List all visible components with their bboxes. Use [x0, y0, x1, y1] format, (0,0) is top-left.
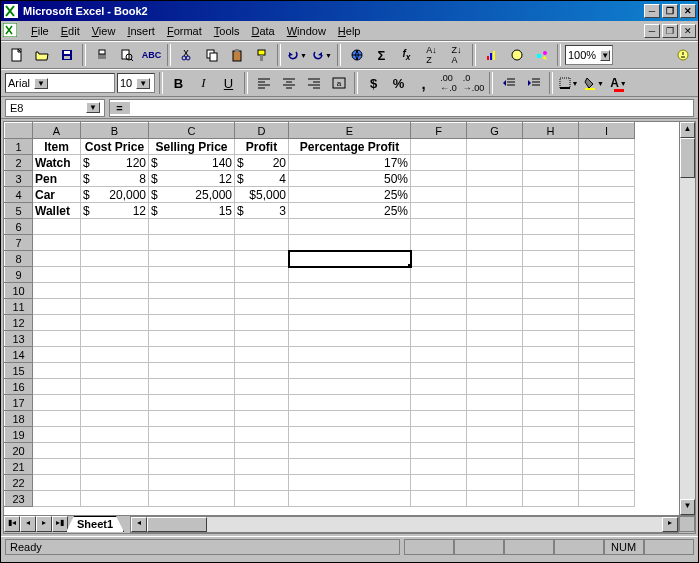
cell-A20[interactable] — [33, 443, 81, 459]
fill-color-button[interactable]: ▼ — [582, 72, 605, 94]
row-header-10[interactable]: 10 — [5, 283, 33, 299]
cell-E9[interactable] — [289, 267, 411, 283]
cell-C9[interactable] — [149, 267, 235, 283]
cell-F5[interactable] — [411, 203, 467, 219]
underline-button[interactable]: U — [217, 72, 240, 94]
font-size-combo[interactable]: 10▼ — [117, 73, 155, 93]
cell-I17[interactable] — [579, 395, 635, 411]
spreadsheet-grid[interactable]: ABCDEFGHI1ItemCost PriceSelling PricePro… — [4, 122, 635, 507]
cell-I4[interactable] — [579, 187, 635, 203]
cell-H19[interactable] — [523, 427, 579, 443]
cell-G23[interactable] — [467, 491, 523, 507]
cell-A7[interactable] — [33, 235, 81, 251]
cell-F1[interactable] — [411, 139, 467, 155]
row-header-20[interactable]: 20 — [5, 443, 33, 459]
col-header-D[interactable]: D — [235, 123, 289, 139]
cell-G3[interactable] — [467, 171, 523, 187]
cell-E10[interactable] — [289, 283, 411, 299]
cell-B23[interactable] — [81, 491, 149, 507]
cell-C21[interactable] — [149, 459, 235, 475]
row-header-17[interactable]: 17 — [5, 395, 33, 411]
cell-F9[interactable] — [411, 267, 467, 283]
col-header-H[interactable]: H — [523, 123, 579, 139]
increase-indent-button[interactable] — [522, 72, 545, 94]
menu-help[interactable]: Help — [332, 23, 367, 39]
mdi-minimize-button[interactable]: ─ — [644, 24, 660, 38]
decrease-indent-button[interactable] — [497, 72, 520, 94]
cell-C15[interactable] — [149, 363, 235, 379]
cell-G4[interactable] — [467, 187, 523, 203]
merge-center-button[interactable]: a — [327, 72, 350, 94]
cell-D17[interactable] — [235, 395, 289, 411]
scroll-right-button[interactable]: ▸ — [662, 517, 678, 532]
cell-D23[interactable] — [235, 491, 289, 507]
row-header-12[interactable]: 12 — [5, 315, 33, 331]
cell-H13[interactable] — [523, 331, 579, 347]
cell-H17[interactable] — [523, 395, 579, 411]
cell-F6[interactable] — [411, 219, 467, 235]
cell-B21[interactable] — [81, 459, 149, 475]
cell-B15[interactable] — [81, 363, 149, 379]
increase-decimal-button[interactable]: .00←.0 — [437, 72, 460, 94]
tab-last-button[interactable]: ▸▮ — [52, 516, 68, 532]
menu-view[interactable]: View — [86, 23, 122, 39]
cell-C4[interactable]: $25,000 — [149, 187, 235, 203]
cell-F2[interactable] — [411, 155, 467, 171]
cell-E15[interactable] — [289, 363, 411, 379]
cell-H10[interactable] — [523, 283, 579, 299]
cell-A11[interactable] — [33, 299, 81, 315]
cell-H3[interactable] — [523, 171, 579, 187]
cell-I3[interactable] — [579, 171, 635, 187]
cell-G19[interactable] — [467, 427, 523, 443]
borders-button[interactable]: ▼ — [557, 72, 580, 94]
cell-I12[interactable] — [579, 315, 635, 331]
cell-D9[interactable] — [235, 267, 289, 283]
cell-B7[interactable] — [81, 235, 149, 251]
row-header-2[interactable]: 2 — [5, 155, 33, 171]
cell-A9[interactable] — [33, 267, 81, 283]
cell-E23[interactable] — [289, 491, 411, 507]
tab-prev-button[interactable]: ◂ — [20, 516, 36, 532]
cell-D4[interactable]: $5,000 — [235, 187, 289, 203]
cell-I15[interactable] — [579, 363, 635, 379]
cell-C3[interactable]: $12 — [149, 171, 235, 187]
paste-function-button[interactable]: fx — [395, 44, 418, 66]
decrease-decimal-button[interactable]: .0→.00 — [462, 72, 485, 94]
cell-A23[interactable] — [33, 491, 81, 507]
cell-B16[interactable] — [81, 379, 149, 395]
cell-G10[interactable] — [467, 283, 523, 299]
row-header-1[interactable]: 1 — [5, 139, 33, 155]
cell-A1[interactable]: Item — [33, 139, 81, 155]
cell-B10[interactable] — [81, 283, 149, 299]
cell-D2[interactable]: $20 — [235, 155, 289, 171]
cell-D11[interactable] — [235, 299, 289, 315]
cell-A6[interactable] — [33, 219, 81, 235]
cell-E18[interactable] — [289, 411, 411, 427]
col-header-F[interactable]: F — [411, 123, 467, 139]
cell-I14[interactable] — [579, 347, 635, 363]
mdi-close-button[interactable]: ✕ — [680, 24, 696, 38]
row-header-16[interactable]: 16 — [5, 379, 33, 395]
cell-F23[interactable] — [411, 491, 467, 507]
cell-E16[interactable] — [289, 379, 411, 395]
row-header-14[interactable]: 14 — [5, 347, 33, 363]
cell-I16[interactable] — [579, 379, 635, 395]
col-header-G[interactable]: G — [467, 123, 523, 139]
cell-A17[interactable] — [33, 395, 81, 411]
cell-I19[interactable] — [579, 427, 635, 443]
cell-A2[interactable]: Watch — [33, 155, 81, 171]
copy-button[interactable] — [200, 44, 223, 66]
cell-D3[interactable]: $4 — [235, 171, 289, 187]
cell-D8[interactable] — [235, 251, 289, 267]
cell-E8[interactable] — [289, 251, 411, 267]
align-center-button[interactable] — [277, 72, 300, 94]
row-header-11[interactable]: 11 — [5, 299, 33, 315]
cell-B2[interactable]: $120 — [81, 155, 149, 171]
cell-E17[interactable] — [289, 395, 411, 411]
cell-I18[interactable] — [579, 411, 635, 427]
zoom-combo[interactable]: 100%▼ — [565, 45, 613, 65]
sort-asc-button[interactable]: A↓Z — [420, 44, 443, 66]
cell-G13[interactable] — [467, 331, 523, 347]
cell-C11[interactable] — [149, 299, 235, 315]
cell-G21[interactable] — [467, 459, 523, 475]
